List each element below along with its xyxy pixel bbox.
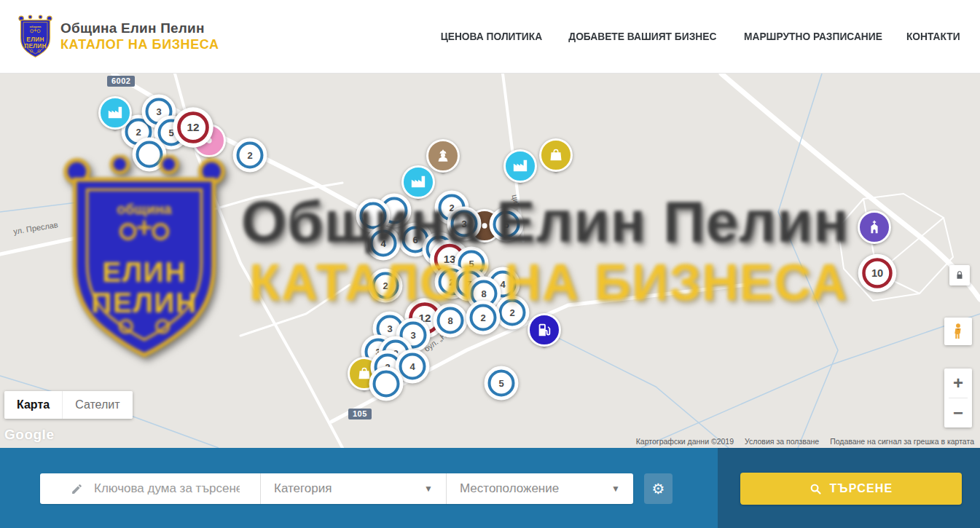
- cluster-count: 2: [499, 299, 526, 326]
- factory-icon: [401, 165, 435, 199]
- pegman-icon: [949, 323, 967, 340]
- fuel-icon: [528, 313, 561, 347]
- search-button-label: ТЪРСЕНЕ: [830, 482, 893, 495]
- cluster-marker[interactable]: [133, 138, 167, 172]
- cluster-marker[interactable]: 10: [858, 254, 897, 293]
- advanced-search-button[interactable]: ⚙: [644, 473, 673, 504]
- keyword-field[interactable]: [40, 473, 260, 504]
- map-canvas[interactable]: 6002 105 ул. Преслав бул. „Новосел ци“ 2…: [0, 74, 980, 448]
- cluster-marker[interactable]: 5: [485, 366, 519, 401]
- cluster-count: 5: [488, 370, 515, 397]
- map-type-switcher: Карта Сателит: [4, 391, 133, 419]
- cluster-count: 8: [437, 307, 464, 334]
- cluster-count: 4: [399, 353, 426, 380]
- search-fields-group: Категория ▼ Местоположение ▼: [40, 473, 633, 504]
- report-map-error-link[interactable]: Подаване на сигнал за грешка в картата: [830, 437, 974, 446]
- factory-pin-marker[interactable]: [503, 149, 537, 183]
- cluster-count: 12: [177, 111, 209, 143]
- page: община ЕЛИН ПЕЛИН Община Елин Пелин КАТА…: [0, 0, 980, 528]
- category-select-label: Категория: [274, 481, 332, 496]
- site-logo[interactable]: община ЕЛИН ПЕЛИН Община Елин Пелин КАТА…: [18, 14, 219, 59]
- cluster-count: [373, 371, 400, 398]
- fullscreen-lock-button[interactable]: [949, 265, 970, 285]
- cluster-marker[interactable]: 8: [434, 304, 468, 338]
- chevron-down-icon: ▼: [424, 484, 433, 494]
- search-bar: Категория ▼ Местоположение ▼ ⚙ ТЪРСЕНЕ: [0, 448, 980, 528]
- cluster-marker[interactable]: 2: [466, 301, 501, 335]
- cluster-marker[interactable]: 2: [233, 138, 267, 173]
- cluster-count: 4: [370, 230, 397, 257]
- map-data-attribution: Картографски данни ©2019: [636, 437, 734, 446]
- cluster-marker[interactable]: [369, 367, 404, 401]
- logo-org-name: Община Елин Пелин: [60, 20, 219, 37]
- category-select[interactable]: Категория ▼: [260, 473, 446, 504]
- location-select-label: Местоположение: [460, 481, 559, 496]
- cluster-count: [360, 202, 387, 229]
- map-attribution: Картографски данни ©2019 Условия за полз…: [636, 437, 974, 446]
- nav-item-contacts[interactable]: КОНТАКТИ: [906, 31, 960, 42]
- cluster-marker[interactable]: 4: [366, 226, 401, 261]
- cluster-marker[interactable]: 5: [490, 208, 524, 242]
- cluster-count: 2: [372, 272, 399, 299]
- cluster-count: 2: [470, 304, 497, 331]
- header: община ЕЛИН ПЕЛИН Община Елин Пелин КАТА…: [0, 0, 980, 74]
- cluster-marker[interactable]: 12: [173, 107, 213, 147]
- lock-icon: [954, 270, 965, 280]
- municipality-crest-icon: община ЕЛИН ПЕЛИН: [18, 14, 52, 59]
- fuel-pin-marker[interactable]: [528, 313, 561, 347]
- factory-icon: [98, 96, 132, 130]
- location-select[interactable]: Местоположение ▼: [446, 473, 633, 504]
- cluster-marker[interactable]: 2: [495, 296, 530, 330]
- church-pin-marker[interactable]: [858, 210, 891, 244]
- search-icon: [810, 483, 822, 495]
- nav-item-add-business[interactable]: ДОБАВЕТЕ ВАШИЯТ БИЗНЕС: [568, 31, 716, 42]
- search-button[interactable]: ТЪРСЕНЕ: [740, 473, 962, 505]
- pencil-icon: [71, 483, 83, 495]
- zoom-out-button[interactable]: −: [944, 398, 972, 427]
- terms-of-use-link[interactable]: Условия за ползване: [745, 437, 819, 446]
- bag-icon: [539, 138, 573, 172]
- cluster-marker[interactable]: 2: [369, 269, 403, 303]
- keyword-search-input[interactable]: [93, 481, 241, 497]
- factory-pin-marker[interactable]: [401, 165, 435, 199]
- chevron-down-icon: ▼: [611, 484, 620, 494]
- church-icon: [858, 210, 891, 244]
- street-view-pegman-button[interactable]: [944, 318, 972, 345]
- nav-item-route-schedule[interactable]: МАРШРУТНО РАЗПИСАНИЕ: [744, 31, 882, 42]
- zoom-control: + −: [944, 369, 972, 427]
- svg-text:ПЕЛИН: ПЕЛИН: [24, 43, 46, 50]
- main-nav: ЦЕНОВА ПОЛИТИКА ДОБАВЕТЕ ВАШИЯТ БИЗНЕС М…: [438, 31, 962, 42]
- cluster-count: 2: [237, 142, 264, 169]
- logo-text: Община Елин Пелин КАТАЛОГ НА БИЗНЕСА: [60, 20, 219, 52]
- map-type-satellite-button[interactable]: Сателит: [62, 391, 132, 419]
- svg-text:ЕЛИН: ЕЛИН: [26, 36, 44, 43]
- cluster-count: 3: [451, 210, 478, 237]
- gear-icon: ⚙: [652, 480, 665, 497]
- factory-icon: [503, 149, 537, 183]
- nav-item-pricing[interactable]: ЦЕНОВА ПОЛИТИКА: [441, 31, 542, 42]
- bag-pin-marker[interactable]: [539, 138, 573, 172]
- svg-text:община: община: [30, 25, 42, 28]
- cluster-marker[interactable]: 3: [447, 207, 482, 241]
- cluster-count: 5: [493, 211, 520, 238]
- factory-pin-marker[interactable]: [98, 96, 132, 130]
- cluster-count: 10: [862, 258, 892, 288]
- cluster-count: [136, 141, 163, 168]
- google-logo[interactable]: Google: [4, 427, 54, 443]
- map-markers-layer: 2351222356471352274821282333834510: [0, 74, 980, 448]
- zoom-in-button[interactable]: +: [944, 369, 972, 398]
- map-type-map-button[interactable]: Карта: [4, 391, 62, 419]
- logo-catalog-name: КАТАЛОГ НА БИЗНЕСА: [60, 37, 219, 53]
